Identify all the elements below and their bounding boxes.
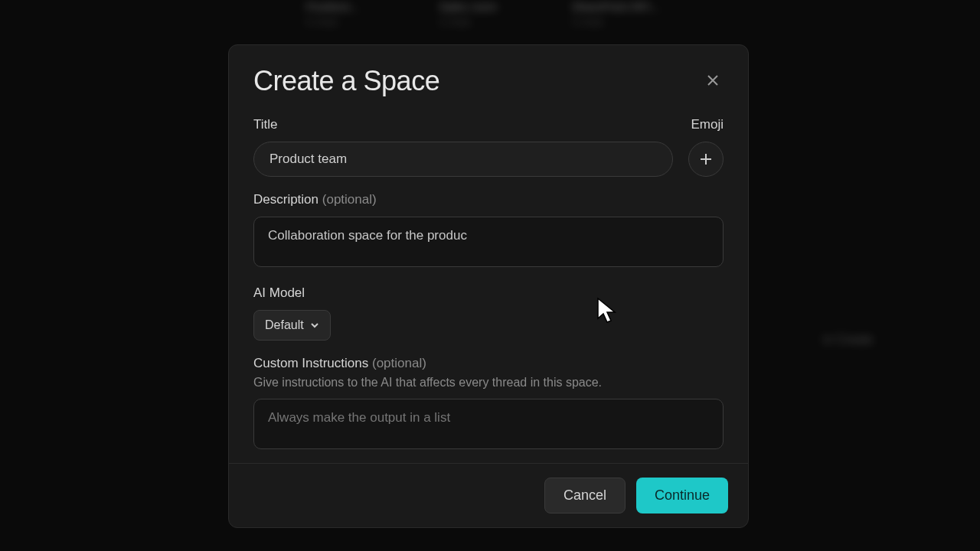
custom-instructions-label: Custom Instructions (optional) — [253, 356, 724, 371]
bg-card-sub: 2 chats — [439, 16, 541, 28]
bg-card: Positioni... 6 chats — [306, 0, 408, 28]
ai-model-section: AI Model Default — [253, 285, 724, 341]
title-label: Title — [253, 117, 278, 132]
create-space-modal: Create a Space Title Emoji Description (… — [228, 44, 749, 528]
bg-card-sub: 6 chats — [306, 16, 408, 28]
custom-instructions-input[interactable] — [253, 399, 724, 449]
emoji-label: Emoji — [691, 117, 724, 132]
ai-model-label: AI Model — [253, 285, 724, 301]
bg-card: SharePoint RFI... 3 chats — [572, 0, 674, 28]
description-input[interactable] — [253, 217, 724, 267]
bg-card-title: Sales room — [439, 0, 541, 13]
bg-card-sub: 3 chats — [572, 16, 674, 28]
close-button[interactable] — [702, 70, 724, 91]
ai-model-value: Default — [265, 318, 304, 332]
modal-body: Title Emoji Description (optional) AI Mo… — [229, 111, 748, 452]
title-row — [253, 142, 724, 177]
plus-icon — [699, 152, 713, 166]
title-input[interactable] — [253, 142, 673, 177]
custom-label-text: Custom Instructions — [253, 356, 368, 370]
modal-header: Create a Space — [229, 45, 748, 111]
description-section: Description (optional) — [253, 192, 724, 270]
bg-card-title: Positioni... — [306, 0, 408, 13]
close-icon — [707, 74, 719, 86]
add-emoji-button[interactable] — [688, 142, 724, 177]
custom-helper-text: Give instructions to the AI that affects… — [253, 376, 724, 390]
description-optional: (optional) — [322, 192, 377, 207]
custom-instructions-section: Custom Instructions (optional) Give inst… — [253, 356, 724, 452]
chevron-down-icon — [310, 321, 319, 330]
ai-model-dropdown[interactable]: Default — [253, 310, 331, 341]
modal-title: Create a Space — [253, 65, 439, 97]
bg-card: Sales room 2 chats — [439, 0, 541, 28]
bg-card-title: SharePoint RFI... — [572, 0, 674, 13]
modal-footer: Cancel Continue — [229, 463, 748, 527]
bg-link: in Create — [823, 333, 873, 347]
description-label-text: Description — [253, 192, 318, 207]
title-field — [253, 142, 673, 177]
cancel-button[interactable]: Cancel — [544, 478, 626, 514]
background-cards: Positioni... 6 chats Sales room 2 chats … — [0, 0, 980, 28]
continue-button[interactable]: Continue — [636, 478, 728, 514]
custom-optional: (optional) — [372, 356, 426, 370]
description-label: Description (optional) — [253, 192, 724, 207]
title-emoji-labels: Title Emoji — [253, 117, 724, 142]
